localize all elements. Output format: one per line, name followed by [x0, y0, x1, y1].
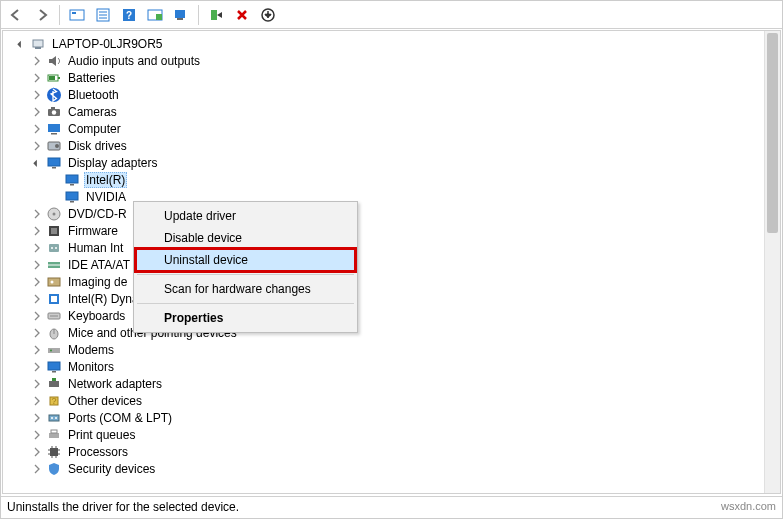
category-other[interactable]: ? Other devices — [15, 392, 764, 409]
disp-icon — [46, 155, 62, 171]
expand-icon[interactable] — [31, 412, 43, 424]
category-printq[interactable]: Print queues — [15, 426, 764, 443]
category-audio[interactable]: Audio inputs and outputs — [15, 52, 764, 69]
category-label: Monitors — [66, 360, 116, 374]
category-label: Other devices — [66, 394, 144, 408]
context-menu-separator — [137, 274, 354, 275]
collapse-icon[interactable] — [15, 38, 27, 50]
category-kb[interactable]: Keyboards — [15, 307, 764, 324]
ide-icon — [46, 257, 62, 273]
category-net[interactable]: Network adapters — [15, 375, 764, 392]
expand-icon[interactable] — [31, 463, 43, 475]
cam-icon — [46, 104, 62, 120]
svg-rect-10 — [175, 10, 185, 18]
forward-button[interactable] — [31, 4, 53, 26]
expand-icon[interactable] — [31, 310, 43, 322]
ctx-scan-for-hardware-changes[interactable]: Scan for hardware changes — [136, 278, 355, 300]
svg-rect-38 — [49, 244, 59, 252]
category-ide[interactable]: IDE ATA/AT — [15, 256, 764, 273]
expand-icon[interactable] — [31, 140, 43, 152]
dvd-icon — [46, 206, 62, 222]
help-button[interactable]: ? — [118, 4, 140, 26]
category-label: Bluetooth — [66, 88, 121, 102]
ctx-disable-device[interactable]: Disable device — [136, 227, 355, 249]
category-dptf[interactable]: Intel(R) Dynamic Platform and Thermal Fr… — [15, 290, 764, 307]
svg-point-60 — [51, 417, 53, 419]
expand-icon[interactable] — [31, 123, 43, 135]
expand-icon[interactable] — [31, 395, 43, 407]
category-fw[interactable]: Firmware — [15, 222, 764, 239]
category-label: Ports (COM & LPT) — [66, 411, 174, 425]
ctx-properties[interactable]: Properties — [136, 307, 355, 329]
svg-rect-59 — [49, 415, 59, 421]
expand-icon[interactable] — [31, 378, 43, 390]
category-img[interactable]: Imaging de — [15, 273, 764, 290]
expand-icon[interactable] — [31, 242, 43, 254]
category-dvd[interactable]: DVD/CD-R — [15, 205, 764, 222]
uninstall-device-button[interactable] — [257, 4, 279, 26]
expand-icon[interactable] — [31, 225, 43, 237]
ctx-uninstall-device[interactable]: Uninstall device — [136, 249, 355, 271]
expand-icon[interactable] — [31, 55, 43, 67]
enable-device-button[interactable] — [205, 4, 227, 26]
category-label: Cameras — [66, 105, 119, 119]
scroll-thumb[interactable] — [767, 33, 778, 233]
category-proc[interactable]: Processors — [15, 443, 764, 460]
svg-text:?: ? — [126, 10, 132, 21]
device-label: Intel(R) — [84, 172, 127, 188]
category-label: Batteries — [66, 71, 117, 85]
collapse-icon[interactable] — [31, 157, 43, 169]
category-hid[interactable]: Human Int — [15, 239, 764, 256]
svg-rect-24 — [48, 124, 60, 132]
status-bar: Uninstalls the driver for the selected d… — [1, 496, 782, 518]
expand-icon[interactable] — [31, 327, 43, 339]
device-tree[interactable]: LAPTOP-0LJR9OR5 Audio inputs and outputs… — [3, 35, 764, 493]
expand-icon[interactable] — [31, 344, 43, 356]
ctx-update-driver[interactable]: Update driver — [136, 205, 355, 227]
category-mouse[interactable]: Mice and other pointing devices — [15, 324, 764, 341]
category-disk[interactable]: Disk drives — [15, 137, 764, 154]
category-disp[interactable]: Display adapters — [15, 154, 764, 171]
tree-root[interactable]: LAPTOP-0LJR9OR5 — [15, 35, 764, 52]
svg-text:?: ? — [51, 396, 56, 406]
category-cam[interactable]: Cameras — [15, 103, 764, 120]
expand-icon[interactable] — [31, 89, 43, 101]
computer-icon — [30, 36, 46, 52]
category-ports[interactable]: Ports (COM & LPT) — [15, 409, 764, 426]
disable-device-button[interactable] — [231, 4, 253, 26]
show-hidden-button[interactable] — [66, 4, 88, 26]
kb-icon — [46, 308, 62, 324]
properties-button[interactable] — [92, 4, 114, 26]
expand-icon[interactable] — [31, 446, 43, 458]
expand-icon[interactable] — [31, 361, 43, 373]
category-label: Security devices — [66, 462, 157, 476]
device-nvidia-gpu[interactable]: NVIDIA — [15, 188, 764, 205]
expand-icon[interactable] — [31, 106, 43, 118]
svg-rect-28 — [48, 158, 60, 166]
category-sec[interactable]: Security devices — [15, 460, 764, 477]
vertical-scrollbar[interactable] — [764, 31, 780, 493]
svg-point-39 — [51, 247, 53, 249]
expand-icon[interactable] — [31, 208, 43, 220]
category-modem[interactable]: Modems — [15, 341, 764, 358]
expand-icon[interactable] — [31, 293, 43, 305]
category-mon[interactable]: Monitors — [15, 358, 764, 375]
scan-hardware-button[interactable] — [170, 4, 192, 26]
category-batt[interactable]: Batteries — [15, 69, 764, 86]
back-button[interactable] — [5, 4, 27, 26]
category-label: Keyboards — [66, 309, 127, 323]
expand-icon[interactable] — [31, 259, 43, 271]
expand-icon[interactable] — [31, 276, 43, 288]
update-driver-button[interactable] — [144, 4, 166, 26]
img-icon — [46, 274, 62, 290]
category-comp[interactable]: Computer — [15, 120, 764, 137]
category-label: Human Int — [66, 241, 125, 255]
svg-point-40 — [55, 247, 57, 249]
svg-rect-53 — [48, 362, 60, 370]
expand-icon[interactable] — [31, 429, 43, 441]
device-intel-gpu[interactable]: Intel(R) — [15, 171, 764, 188]
category-bt[interactable]: Bluetooth — [15, 86, 764, 103]
svg-rect-46 — [51, 296, 57, 302]
expand-icon[interactable] — [31, 72, 43, 84]
toolbar: ? — [1, 1, 782, 29]
